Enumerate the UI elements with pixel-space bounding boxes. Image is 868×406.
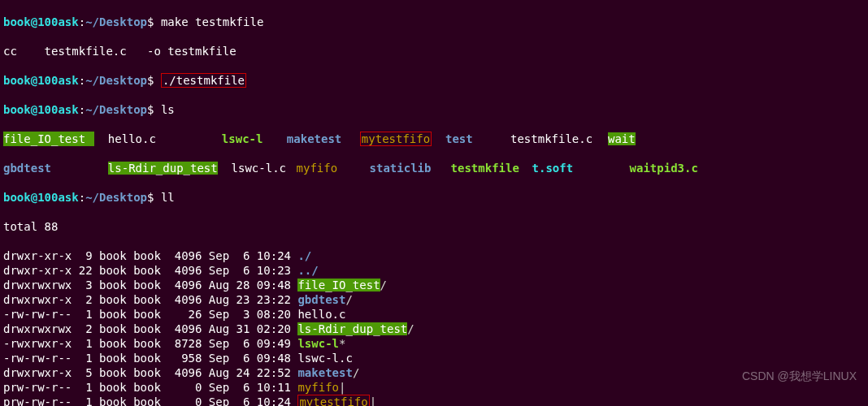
ll-row: prw-rw-r-- 1 book book 0 Sep 6 10:11 myf…: [3, 380, 865, 395]
ls-item: lswc-l.c: [232, 161, 297, 175]
ls-item: test: [445, 132, 510, 146]
ls-item: t.soft: [532, 161, 630, 175]
ll-row: drwxr-xr-x 9 book book 4096 Sep 6 10:24 …: [3, 248, 865, 263]
ls-item-highlighted: mytestfifo: [360, 132, 432, 146]
terminal-line: book@100ask:~/Desktop$ ls: [3, 102, 865, 117]
ll-row: -rwxrwxr-x 1 book book 8728 Sep 6 09:49 …: [3, 336, 865, 351]
ls-item: maketest: [287, 132, 360, 146]
terminal-line: book@100ask:~/Desktop$ make testmkfile: [3, 15, 865, 29]
watermark: CSDN @我想学LINUX: [742, 369, 857, 383]
terminal-line: cc testmkfile.c -o testmkfile: [3, 44, 865, 58]
ll-row: -rw-rw-r-- 1 book book 26 Sep 3 08:20 he…: [3, 307, 865, 322]
terminal-line: book@100ask:~/Desktop$ ll: [3, 190, 865, 205]
ll-row: drwxrwxr-x 2 book book 4096 Aug 23 23:22…: [3, 292, 865, 307]
ll-row: -rw-rw-r-- 1 book book 958 Sep 6 09:48 l…: [3, 351, 865, 365]
ls-item: myfifo: [297, 161, 370, 175]
highlighted-cmd: ./testmkfile: [161, 73, 246, 88]
terminal-area[interactable]: book@100ask:~/Desktop$ make testmkfile c…: [0, 0, 868, 406]
ls-item: gbdtest: [3, 161, 94, 175]
ls-item: lswc-l: [222, 132, 287, 146]
ll-row: drwxr-xr-x 22 book book 4096 Sep 6 10:23…: [3, 263, 865, 278]
ls-row-1: file_IO_test hello.clswc-lmaketestmytest…: [3, 132, 865, 146]
ls-item: waitpid3.c: [630, 162, 698, 175]
cmd-text: make testmkfile: [161, 15, 263, 28]
prompt-user: book@100ask: [3, 15, 79, 28]
prompt-sep: :: [79, 15, 85, 28]
ls-item: testmkfile.c: [510, 132, 608, 146]
ls-item: testmkfile: [451, 161, 532, 175]
ls-item: staticlib: [370, 161, 451, 175]
ls-item: wait: [608, 132, 636, 145]
ls-item: hello.c: [108, 132, 222, 146]
prompt-path: ~/Desktop: [85, 15, 147, 28]
terminal-line: book@100ask:~/Desktop$ ./testmkfile: [3, 73, 865, 88]
ls-item: ls-Rdir_dup_test: [108, 162, 218, 175]
terminal-line: total 88: [3, 219, 865, 234]
ll-row: drwxrwxrwx 3 book book 4096 Aug 28 09:48…: [3, 278, 865, 292]
ls-item: file_IO_test: [3, 132, 94, 146]
ls-row-2: gbdtest ls-Rdir_dup_test lswc-l.cmyfifos…: [3, 161, 865, 175]
prompt-dollar: $: [147, 15, 161, 28]
ll-row: prw-rw-r-- 1 book book 0 Sep 6 10:24 myt…: [3, 395, 865, 406]
ll-row: drwxrwxrwx 2 book book 4096 Aug 31 02:20…: [3, 322, 865, 336]
ll-row: drwxrwxr-x 5 book book 4096 Aug 24 22:52…: [3, 365, 865, 380]
